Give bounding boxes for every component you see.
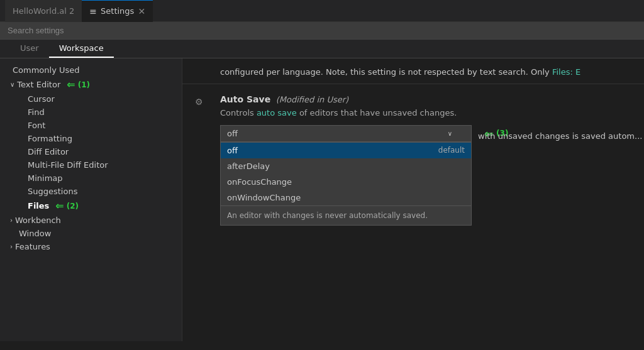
auto-save-dropdown[interactable]: off ∨ bbox=[220, 125, 472, 142]
tab-user[interactable]: User bbox=[10, 40, 49, 58]
sidebar-item-text-editor[interactable]: ∨ Text Editor ⇐ (1) bbox=[0, 77, 182, 92]
sidebar-item-find[interactable]: Find bbox=[0, 106, 182, 119]
auto-save-link[interactable]: auto save bbox=[257, 108, 297, 118]
text-editor-annotation: ⇐ (1) bbox=[67, 79, 90, 90]
tab-helloworld-label: HelloWorld.al 2 bbox=[13, 6, 74, 16]
badge-2: (2) bbox=[67, 202, 79, 211]
dropdown-option-afterdelay[interactable]: afterDelay bbox=[221, 158, 471, 174]
dropdown-option-onfocuschange[interactable]: onFocusChange bbox=[221, 174, 471, 190]
sidebar: Commonly Used ∨ Text Editor ⇐ (1) Cursor… bbox=[0, 58, 182, 341]
sidebar-item-features[interactable]: › Features bbox=[0, 240, 182, 253]
dropdown-option-onwindowchange[interactable]: onWindowChange bbox=[221, 190, 471, 205]
settings-icon: ≡ bbox=[89, 6, 97, 16]
chevron-right-icon: › bbox=[10, 217, 13, 224]
sidebar-item-suggestions[interactable]: Suggestions bbox=[0, 185, 182, 198]
arrow-left-icon-1: ⇐ bbox=[67, 79, 75, 90]
chevron-right-icon-2: › bbox=[10, 243, 13, 250]
setting-title: Auto Save (Modified in User) bbox=[220, 94, 629, 104]
sidebar-item-minimap[interactable]: Minimap bbox=[0, 172, 182, 185]
search-bar bbox=[0, 22, 644, 40]
sidebar-item-formatting[interactable]: Formatting bbox=[0, 132, 182, 145]
sidebar-item-cursor[interactable]: Cursor bbox=[0, 92, 182, 106]
auto-save-setting: ⚙ Auto Save (Modified in User) Controls … bbox=[182, 84, 644, 152]
chevron-down-icon: ∨ bbox=[10, 81, 14, 88]
dropdown-value: off bbox=[227, 129, 238, 138]
text-editor-label: Text Editor bbox=[17, 80, 60, 89]
auto-save-dropdown-wrapper: off ∨ off default afterDelay onFocusChan… bbox=[220, 125, 472, 142]
setting-desc: Controls auto save of editors that have … bbox=[220, 108, 629, 118]
sidebar-item-window[interactable]: Window bbox=[0, 227, 182, 240]
sidebar-item-diff-editor[interactable]: Diff Editor bbox=[0, 145, 182, 158]
files-label: Files bbox=[28, 201, 49, 211]
workbench-label: Workbench bbox=[15, 216, 61, 225]
tab-settings-label: Settings bbox=[101, 6, 134, 16]
sidebar-item-commonly-used[interactable]: Commonly Used bbox=[0, 63, 182, 77]
sidebar-item-files[interactable]: Files ⇐ (2) bbox=[0, 198, 182, 214]
sidebar-item-workbench[interactable]: › Workbench bbox=[0, 214, 182, 227]
sidebar-item-font[interactable]: Font bbox=[0, 119, 182, 132]
tab-helloworld[interactable]: HelloWorld.al 2 bbox=[5, 0, 82, 22]
top-bar: HelloWorld.al 2 ≡ Settings ✕ bbox=[0, 0, 644, 22]
dropdown-chevron-icon: ∨ bbox=[448, 130, 452, 137]
tab-workspace[interactable]: Workspace bbox=[49, 40, 114, 58]
files-annotation: ⇐ (2) bbox=[55, 200, 79, 212]
tab-settings[interactable]: ≡ Settings ✕ bbox=[82, 0, 153, 22]
tab-close-button[interactable]: ✕ bbox=[138, 6, 145, 16]
modified-label: (Modified in User) bbox=[276, 95, 348, 104]
files-link[interactable]: Files: E bbox=[552, 67, 580, 77]
sidebar-item-multi-file-diff[interactable]: Multi-File Diff Editor bbox=[0, 158, 182, 172]
search-input[interactable] bbox=[8, 26, 636, 35]
content-area: configured per language. Note, this sett… bbox=[182, 58, 644, 341]
dropdown-description: An editor with changes is never automati… bbox=[221, 205, 471, 225]
features-label: Features bbox=[15, 242, 50, 251]
dropdown-option-off[interactable]: off default bbox=[221, 143, 471, 158]
badge-1: (1) bbox=[78, 80, 90, 89]
commonly-used-label: Commonly Used bbox=[13, 65, 80, 75]
arrow-left-icon-2: ⇐ bbox=[55, 200, 64, 212]
scope-tabs: User Workspace bbox=[0, 40, 644, 58]
content-top-text: configured per language. Note, this sett… bbox=[182, 58, 644, 84]
main-layout: Commonly Used ∨ Text Editor ⇐ (1) Cursor… bbox=[0, 58, 644, 341]
right-overflow-text: with unsaved changes is saved autom... bbox=[478, 131, 641, 141]
gear-icon[interactable]: ⚙ bbox=[195, 97, 203, 107]
dropdown-popup: off default afterDelay onFocusChange onW… bbox=[220, 142, 472, 226]
